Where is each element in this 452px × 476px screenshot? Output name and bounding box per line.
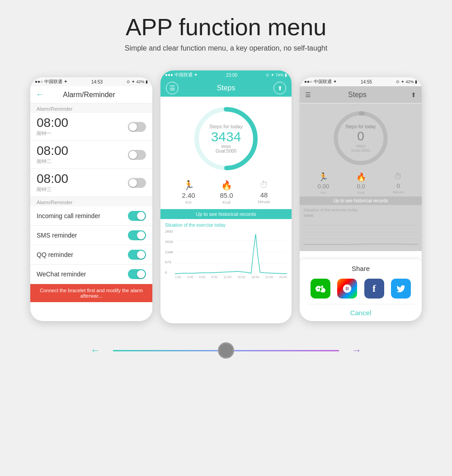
slider-thumb[interactable] <box>218 342 234 359</box>
phone1-signal: ●●○ 中国联通 ✦ <box>35 79 67 85</box>
phone3-km-value: 0.00 <box>318 183 329 190</box>
share-twitter-button[interactable] <box>391 279 411 299</box>
phone2-y1: 673 <box>165 260 173 264</box>
phone3-content: Steps for today 0 steps Goal:2000 🏃 0.00… <box>300 103 422 251</box>
slider-line-left <box>113 350 226 351</box>
page-subtitle: Simple and clear function menu, a key op… <box>125 44 327 52</box>
phone2-km-unit: Km <box>185 200 192 205</box>
phone2-content: Steps for today 3434 steps Goal:5000 🏃 2… <box>160 97 292 323</box>
phone3-stat-min: ⏱ 0 Minute <box>393 172 404 195</box>
phone2-y2: 1346 <box>165 250 173 254</box>
phone3-run-icon: 🏃 <box>318 172 328 182</box>
phone3-stat-km: 🏃 0.00 Km <box>318 172 329 195</box>
phone2-time: 23:00 <box>226 73 237 78</box>
phone3-time: 14:55 <box>361 79 372 84</box>
phone3-step-count: 0 <box>345 129 376 144</box>
alarm-item-3: 08:00 闹钟三 <box>30 169 152 197</box>
phone3-status-bar: ●●○ 中国联通 ✦ 14:55 ⊙ ✦ 42% ▮ <box>300 77 422 86</box>
phone2-kcal-unit: Kcal <box>222 200 231 205</box>
facebook-letter: f <box>372 283 376 294</box>
alarm-item-1: 08:00 闹钟一 <box>30 113 152 141</box>
phone2-history-btn[interactable]: Up to see historical records <box>160 209 292 219</box>
share-pinwheel-button[interactable] <box>337 279 357 299</box>
phone3-history-btn[interactable]: Up to see historical records <box>300 196 422 205</box>
phone2-step-goal: Goal:5000 <box>209 149 243 154</box>
phone2-fire-icon: 🔥 <box>221 180 232 191</box>
phone1-nav: ← Alarm/Reminder <box>30 86 152 103</box>
phone2-stats-row: 🏃 2.40 Km 🔥 85.0 Kcal ⏱ 48 Minute <box>160 176 292 207</box>
phone2-x-labels: 1:00 3:00 6:00 9:00 12:00 15:00 18:00 21… <box>165 275 287 279</box>
phone3-nav: ☰ Steps ⬆ <box>300 86 422 103</box>
phone2-stat-min: ⏱ 48 Minute <box>258 180 270 205</box>
phone1-alarm-list: Alarm/Reminder 08:00 闹钟一 08:00 闹钟二 08:00 <box>30 103 152 284</box>
reminder-item-3: QQ reminder <box>30 245 152 265</box>
phone3-chart-label: Situation of the exercise today <box>303 208 418 212</box>
phone3-fire-icon: 🔥 <box>356 172 366 182</box>
reminder-toggle-4[interactable] <box>128 269 146 279</box>
phone1-back-icon[interactable]: ← <box>36 90 44 99</box>
phone2-stat-kcal: 🔥 85.0 Kcal <box>220 180 233 205</box>
phone2-kcal-value: 85.0 <box>220 191 233 199</box>
phone2-circle-area: Steps for today 3434 steps Goal:5000 <box>160 97 292 176</box>
phone2: ●●● 中国联通 ✦ 23:00 ⊙ ✦ 74% ▮ ☰ Steps ⬆ Ste… <box>160 70 292 323</box>
phone3-stat-kcal: 🔥 0.0 Kcal <box>356 172 366 195</box>
alarm-toggle-2[interactable] <box>128 150 146 160</box>
reminder-item-2: SMS reminder <box>30 226 152 245</box>
phone3-stats-row: 🏃 0.00 Km 🔥 0.0 Kcal ⏱ 0 Minute <box>300 169 422 196</box>
phone2-y3: 2019 <box>165 240 173 244</box>
phone2-min-value: 48 <box>260 191 268 199</box>
page-title: APP function menu <box>126 14 326 41</box>
phone2-share-button[interactable]: ⬆ <box>273 82 286 94</box>
alarm-item-2: 08:00 闹钟二 <box>30 141 152 169</box>
phone2-nav: ☰ Steps ⬆ <box>160 79 292 97</box>
reminder-toggle-3[interactable] <box>128 250 146 260</box>
reminder-item-4: WeChat reminder <box>30 265 152 284</box>
phone3-chart-section: Situation of the exercise today 10000 <box>300 205 422 247</box>
slider-arrow-right: → <box>352 345 362 356</box>
phone2-y4: 2692 <box>165 229 173 233</box>
share-facebook-button[interactable]: f <box>364 279 384 299</box>
reminder-label-1: Incoming call reminder <box>37 212 100 219</box>
phone2-signal: ●●● 中国联通 ✦ <box>165 72 198 78</box>
phone3-min-unit: Minute <box>393 190 404 194</box>
phone1-status-bar: ●●○ 中国联通 ✦ 14:53 ⊙ ✦ 42% ▮ <box>30 77 152 86</box>
phone3-step-unit: steps <box>345 144 376 148</box>
alarm-toggle-3[interactable] <box>128 178 146 188</box>
phone3-step-goal: Goal:2000 <box>345 148 376 153</box>
alarm-label-1: 闹钟一 <box>37 130 68 137</box>
phone3-battery: ⊙ ✦ 42% ▮ <box>396 79 417 84</box>
alarm-label-3: 闹钟三 <box>37 186 68 193</box>
phone1-footer: Connect the bracelet first and modify th… <box>30 284 152 302</box>
phone3: ●●○ 中国联通 ✦ 14:55 ⊙ ✦ 42% ▮ ☰ Steps ⬆ Ste… <box>300 77 422 321</box>
phone3-menu-icon[interactable]: ☰ <box>305 91 311 98</box>
phone3-steps-label: Steps for today <box>345 124 376 129</box>
phone2-run-icon: 🏃 <box>183 180 194 191</box>
alarm-time-1: 08:00 <box>37 117 68 129</box>
share-wechat-button[interactable] <box>311 279 330 299</box>
phone3-min-value: 0 <box>397 182 400 189</box>
reminder-toggle-1[interactable] <box>128 211 146 221</box>
phone1-section2: Alarm/Reminder <box>30 197 152 206</box>
phone2-chart-area: 2692 2019 1346 673 0 <box>165 229 287 275</box>
phone3-share-icon[interactable]: ⬆ <box>404 91 416 98</box>
phone2-min-unit: Minute <box>258 200 270 204</box>
slider-line-right <box>226 350 339 351</box>
phone3-circle: Steps for today 0 steps Goal:2000 <box>331 109 390 168</box>
phone2-step-count: 3434 <box>209 129 243 144</box>
phone1-section1: Alarm/Reminder <box>30 103 152 113</box>
phone2-menu-button[interactable]: ☰ <box>166 82 179 94</box>
share-cancel-button[interactable]: Cancel <box>307 304 414 321</box>
share-title: Share <box>307 265 414 272</box>
phone1-time: 14:53 <box>91 79 103 84</box>
alarm-toggle-1[interactable] <box>128 122 146 132</box>
phone2-km-value: 2.40 <box>182 191 195 199</box>
phone2-step-circle: Steps for today 3434 steps Goal:5000 <box>192 105 260 173</box>
reminder-toggle-2[interactable] <box>128 230 146 240</box>
phone3-km-unit: Km <box>320 191 326 195</box>
phone1-battery: ⊙ ✦ 42% ▮ <box>127 79 148 84</box>
slider-container: ← → <box>90 341 362 359</box>
phone2-step-unit: steps <box>209 144 243 149</box>
reminder-label-2: SMS reminder <box>37 232 77 239</box>
share-icons-row: f <box>307 279 414 299</box>
phone3-timer-icon: ⏱ <box>394 172 402 182</box>
